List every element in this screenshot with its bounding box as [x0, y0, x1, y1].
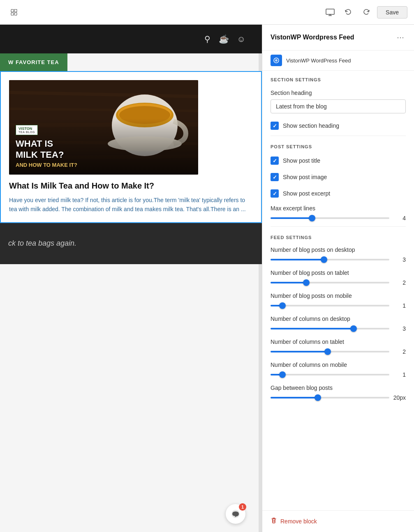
slider-fill-0 — [271, 259, 324, 260]
slider-fill-3 — [271, 328, 354, 329]
slider-row-6: Gap between blog posts 20px — [262, 381, 414, 404]
max-excerpt-lines-control: 4 — [271, 215, 406, 221]
sliders-container: Number of blog posts on desktop 3 Number… — [262, 243, 414, 404]
toolbar: Save — [0, 0, 414, 25]
viston-logo: VISTON TEA BLOG — [16, 125, 38, 135]
section-heading-input[interactable] — [271, 99, 406, 113]
site-footer: ck to tea bags again. — [0, 223, 262, 264]
settings-panel: VistonWP Wordpress Feed ⋯ VistonWP WordP… — [262, 25, 414, 532]
slider-thumb-2[interactable] — [279, 302, 286, 309]
slider-track-3[interactable] — [271, 328, 389, 329]
slider-value-3: 3 — [393, 325, 406, 332]
svg-point-21 — [275, 59, 278, 62]
slider-value-5: 1 — [393, 371, 406, 378]
slider-value-2: 1 — [393, 302, 406, 309]
desktop-view-button[interactable] — [323, 5, 338, 20]
search-icon: ⚲ — [204, 34, 210, 44]
show-post-image-label: Show post image — [283, 174, 327, 180]
panel-title: VistonWP Wordpress Feed — [271, 34, 354, 41]
slider-track-2[interactable] — [271, 305, 389, 306]
slider-label-6: Gap between blog posts — [271, 385, 406, 391]
remove-block-label: Remove block — [280, 518, 317, 525]
remove-block-row: Remove block — [262, 510, 414, 532]
save-button[interactable]: Save — [377, 6, 407, 18]
slider-thumb-3[interactable] — [350, 325, 357, 332]
max-excerpt-lines-thumb[interactable] — [309, 215, 315, 221]
divider-2 — [271, 226, 406, 227]
svg-rect-4 — [326, 9, 334, 14]
show-post-excerpt-label: Show post excerpt — [283, 190, 330, 197]
max-excerpt-lines-fill — [271, 217, 312, 219]
slider-track-4[interactable] — [271, 351, 389, 352]
panel-header: VistonWP Wordpress Feed ⋯ — [262, 25, 414, 51]
slider-value-4: 2 — [393, 348, 406, 355]
slider-fill-1 — [271, 282, 306, 283]
slider-label-1: Number of blog posts on tablet — [271, 269, 406, 276]
max-excerpt-lines-track[interactable] — [271, 217, 389, 219]
slider-track-1[interactable] — [271, 282, 389, 283]
max-excerpt-lines-label: Max excerpt lines — [271, 205, 406, 212]
panel-menu-button[interactable]: ⋯ — [395, 31, 406, 44]
blog-image-overlay: VISTON TEA BLOG WHAT IS MILK TEA? AND HO… — [9, 118, 198, 175]
slider-row-1: Number of blog posts on tablet 2 — [262, 266, 414, 289]
slider-track-5[interactable] — [271, 374, 389, 375]
site-header: ⚲ ☕ ☺ — [0, 25, 262, 53]
svg-rect-3 — [14, 13, 17, 15]
slider-thumb-5[interactable] — [279, 371, 286, 378]
section-heading-row: Section heading — [262, 85, 414, 117]
slider-value-0: 3 — [393, 256, 406, 263]
section-heading-label: Section heading — [271, 90, 406, 96]
slider-thumb-6[interactable] — [315, 394, 321, 401]
user-icon: ☺ — [237, 35, 245, 44]
svg-rect-2 — [11, 13, 14, 15]
slider-thumb-4[interactable] — [324, 348, 331, 355]
remove-block-button[interactable]: Remove block — [271, 517, 317, 525]
plugin-name: VistonWP WordPress Feed — [286, 58, 351, 64]
slider-row-5: Number of columns on mobile 1 — [262, 358, 414, 381]
show-post-excerpt-row: Show post excerpt — [262, 185, 414, 202]
slider-control-5: 1 — [271, 371, 406, 378]
slider-row-0: Number of blog posts on desktop 3 — [262, 243, 414, 266]
post-settings-label: POST SETTINGS — [262, 138, 414, 152]
preview-content: ⚲ ☕ ☺ W FAVORITE TEA — [0, 25, 262, 532]
favorite-tea-button[interactable]: W FAVORITE TEA — [0, 53, 67, 71]
select-tool-button[interactable] — [7, 5, 21, 20]
blog-post-excerpt: Have you ever tried milk tea? If not, th… — [9, 196, 253, 214]
feed-settings-label: FEED SETTINGS — [262, 228, 414, 243]
section-settings-label: SECTION SETTINGS — [262, 71, 414, 85]
main-area: ⚲ ☕ ☺ W FAVORITE TEA — [0, 25, 414, 532]
panel-plugin-row: VistonWP WordPress Feed — [262, 51, 414, 71]
toolbar-left — [7, 5, 21, 20]
show-post-excerpt-checkbox[interactable] — [271, 189, 279, 198]
show-post-title-row: Show post title — [262, 152, 414, 169]
slider-fill-6 — [271, 397, 318, 398]
slider-fill-4 — [271, 351, 328, 352]
slider-track-6[interactable] — [271, 397, 389, 398]
footer-text: ck to tea bags again. — [8, 239, 76, 248]
slider-control-3: 3 — [271, 325, 406, 332]
slider-row-2: Number of blog posts on mobile 1 — [262, 289, 414, 312]
show-section-heading-checkbox[interactable] — [271, 122, 279, 130]
svg-rect-0 — [11, 9, 14, 12]
slider-label-4: Number of columns on tablet — [271, 339, 406, 345]
undo-button[interactable] — [341, 5, 356, 20]
blog-image-subtitle: AND HOW TO MAKE IT? — [16, 162, 192, 168]
divider-1 — [271, 136, 406, 136]
slider-track-0[interactable] — [271, 259, 389, 260]
slider-row-4: Number of columns on tablet 2 — [262, 335, 414, 358]
blog-post-image: VISTON TEA BLOG WHAT IS MILK TEA? AND HO… — [9, 80, 198, 175]
show-post-image-checkbox[interactable] — [271, 173, 279, 181]
show-post-title-checkbox[interactable] — [271, 157, 279, 165]
redo-button[interactable] — [359, 5, 374, 20]
blog-image-title: WHAT IS MILK TEA? — [16, 138, 192, 160]
tea-icon: ☕ — [219, 34, 229, 44]
blog-post-title: What Is Milk Tea and How to Make It? — [9, 181, 253, 191]
svg-rect-1 — [14, 9, 17, 12]
slider-thumb-1[interactable] — [303, 279, 310, 286]
chat-bubble[interactable]: 1 — [226, 504, 245, 524]
plugin-icon — [271, 55, 282, 66]
slider-label-0: Number of blog posts on desktop — [271, 246, 406, 253]
slider-thumb-0[interactable] — [321, 256, 327, 263]
show-section-heading-label: Show section heading — [283, 122, 339, 129]
slider-row-3: Number of columns on desktop 3 — [262, 312, 414, 335]
